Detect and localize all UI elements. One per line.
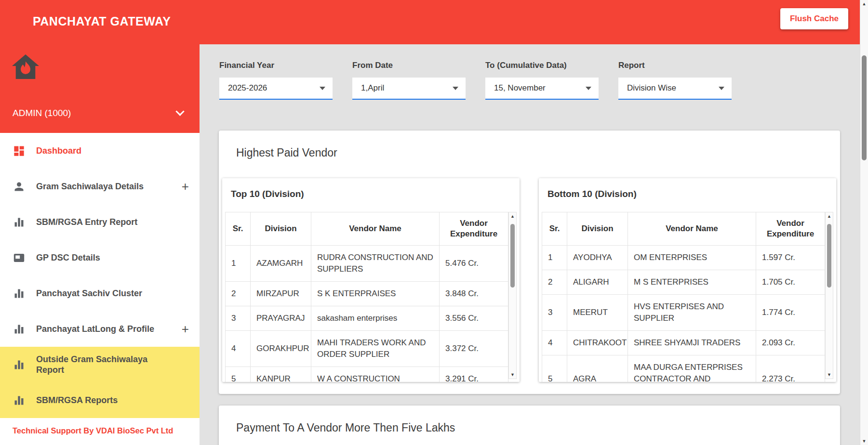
table-cell: GORAKHPUR xyxy=(251,331,311,367)
admin-label: ADMIN (1000) xyxy=(13,108,71,118)
table-row: 2MIRZAPURS K ENTERPRAISES3.848 Cr. xyxy=(226,282,508,306)
expand-plus-icon[interactable]: + xyxy=(182,323,189,335)
table-cell: KANPUR xyxy=(251,367,311,382)
table-cell: 2 xyxy=(226,282,251,306)
table-cell: AGRA xyxy=(567,355,628,382)
table-cell: 5.476 Cr. xyxy=(440,246,508,282)
scrollbar-thumb[interactable] xyxy=(510,224,515,288)
table-cell: 2.093 Cr. xyxy=(756,331,825,355)
sidebar-item-label: Dashboard xyxy=(36,145,96,156)
caret-down-icon xyxy=(453,87,458,90)
highest-paid-vendor-card: Highest Paid Vendor Top 10 (Division) Sr… xyxy=(219,131,840,394)
filter-from-date: From Date 1,April xyxy=(352,61,466,100)
table-cell: PRAYAGRAJ xyxy=(251,306,311,331)
table-cell: S K ENTERPRAISES xyxy=(311,282,440,306)
bar-chart-icon xyxy=(13,358,26,371)
table-cell: 5 xyxy=(542,355,567,382)
column-header: Sr. xyxy=(542,212,567,246)
admin-dropdown[interactable]: ADMIN (1000) xyxy=(13,108,183,118)
table-cell: W A CONSTRUCTION xyxy=(311,367,440,382)
report-select[interactable]: Division Wise xyxy=(618,78,732,100)
table-cell: 3.556 Cr. xyxy=(440,306,508,331)
expand-plus-icon[interactable]: + xyxy=(182,180,189,193)
selected-value: Division Wise xyxy=(627,83,676,93)
gateway-logo-icon xyxy=(11,53,40,82)
column-header: Sr. xyxy=(226,212,251,246)
top10-table-scrollbar[interactable]: ▲ ▼ xyxy=(508,212,517,379)
column-header: Division xyxy=(567,212,628,246)
caret-down-icon xyxy=(586,87,591,90)
scroll-up-icon[interactable]: ▲ xyxy=(860,0,868,8)
table-cell: HVS ENTERPISES AND SUPPLIER xyxy=(628,295,756,331)
financial-year-select[interactable]: 2025-2026 xyxy=(219,78,333,100)
sidebar-item-outside-gram-sachiwalaya-report[interactable]: Outside Gram Sachiwalaya Report xyxy=(0,347,200,382)
sidebar: ADMIN (1000) Dashboard Gram Sachiwalaya … xyxy=(0,44,200,445)
bottom10-table-scrollbar[interactable]: ▲ ▼ xyxy=(825,212,833,379)
table-row: 3PRAYAGRAJsakasham enterprises3.556 Cr. xyxy=(226,306,508,331)
table-cell: CHITRAKOOT xyxy=(567,331,628,355)
table-cell: 1.774 Cr. xyxy=(756,295,825,331)
table-row: 1AYODHYAOM ENTERPRISES1.597 Cr. xyxy=(542,246,825,270)
top10-table: Sr.DivisionVendor NameVendor Expenditure… xyxy=(225,212,508,382)
scroll-down-icon[interactable]: ▼ xyxy=(509,371,516,379)
page: PANCHAYAT GATEWAY Flush Cache ADMIN (100… xyxy=(0,0,868,445)
scroll-up-icon[interactable]: ▲ xyxy=(826,212,833,220)
bar-chart-icon xyxy=(13,323,26,336)
table-cell: MEERUT xyxy=(567,295,628,331)
table-cell: 4 xyxy=(542,331,567,355)
scrollbar-thumb[interactable] xyxy=(827,224,831,288)
scroll-down-icon[interactable]: ▼ xyxy=(826,371,833,379)
table-header-row: Sr.DivisionVendor NameVendor Expenditure xyxy=(542,212,825,246)
sidebar-admin-section: ADMIN (1000) xyxy=(0,44,200,133)
table-cell: 3.848 Cr. xyxy=(440,282,508,306)
sidebar-item-sbm-rgsa-reports[interactable]: SBM/RGSA Reports xyxy=(0,382,200,418)
table-cell: M S ENTERPRISES xyxy=(628,270,756,295)
to-date-select[interactable]: 15, November xyxy=(485,78,599,100)
sidebar-item-label: GP DSC Details xyxy=(36,252,115,263)
sidebar-item-dashboard[interactable]: Dashboard xyxy=(0,133,200,169)
table-cell: 3.372 Cr. xyxy=(440,331,508,367)
sidebar-item-label: SBM/RGSA Entry Report xyxy=(36,217,152,227)
table-cell: SHREE SHYAMJI TRADERS xyxy=(628,331,756,355)
main-content: Financial Year 2025-2026 From Date 1,Apr… xyxy=(200,44,860,445)
table-cell: MAA DURGA ENTERPRISES CONTRACTOR AND SUP… xyxy=(628,355,756,382)
filter-label: Report xyxy=(618,61,732,70)
sidebar-menu: Dashboard Gram Sachiwalaya Details + SBM… xyxy=(0,133,200,418)
bottom10-table: Sr.DivisionVendor NameVendor Expenditure… xyxy=(542,212,825,382)
bottom10-division-panel: Bottom 10 (Division) Sr.DivisionVendor N… xyxy=(539,178,836,382)
table-row: 4CHITRAKOOTSHREE SHYAMJI TRADERS2.093 Cr… xyxy=(542,331,825,355)
column-header: Vendor Expenditure xyxy=(756,212,825,246)
sidebar-item-label: SBM/RGSA Reports xyxy=(36,395,132,406)
person-icon xyxy=(13,180,26,193)
caret-down-icon xyxy=(719,87,724,90)
filter-bar: Financial Year 2025-2026 From Date 1,Apr… xyxy=(219,61,732,100)
caret-down-icon xyxy=(320,87,325,90)
scroll-down-icon[interactable]: ▼ xyxy=(860,437,868,445)
table-header-row: Sr.DivisionVendor NameVendor Expenditure xyxy=(226,212,508,246)
table-cell: AZAMGARH xyxy=(251,246,311,282)
app-header: PANCHAYAT GATEWAY Flush Cache xyxy=(0,0,860,44)
sidebar-item-gp-dsc-details[interactable]: GP DSC Details xyxy=(0,240,200,275)
from-date-select[interactable]: 1,April xyxy=(352,78,466,100)
scrollbar-thumb[interactable] xyxy=(862,55,867,160)
sidebar-item-panchayat-sachiv-cluster[interactable]: Panchayat Sachiv Cluster xyxy=(0,275,200,311)
table-cell: 4 xyxy=(226,331,251,367)
technical-support-text: Technical Support By VDAI BioSec Pvt Ltd xyxy=(13,426,173,435)
sidebar-item-panchayat-latlong-profile[interactable]: Panchayat LatLong & Profile + xyxy=(0,311,200,347)
payment-five-lakhs-card: Payment To A Vendor More Then Five Lakhs xyxy=(219,406,840,445)
sidebar-item-sbm-rgsa-entry-report[interactable]: SBM/RGSA Entry Report xyxy=(0,204,200,240)
sidebar-item-gram-sachiwalaya-details[interactable]: Gram Sachiwalaya Details + xyxy=(0,169,200,204)
table-cell: AYODHYA xyxy=(567,246,628,270)
column-header: Vendor Name xyxy=(628,212,756,246)
page-scrollbar[interactable]: ▲ ▼ xyxy=(860,0,868,445)
scroll-up-icon[interactable]: ▲ xyxy=(509,212,516,220)
panel-title: Bottom 10 (Division) xyxy=(539,178,836,199)
table-cell: MAHI TRADERS WORK AND ORDER SUPPLIER xyxy=(311,331,440,367)
flush-cache-button[interactable]: Flush Cache xyxy=(780,8,848,29)
table-cell: OM ENTERPRISES xyxy=(628,246,756,270)
column-header: Vendor Name xyxy=(311,212,440,246)
table-row: 1AZAMGARHRUDRA CONSTRUCTION AND SUPPLIER… xyxy=(226,246,508,282)
column-header: Vendor Expenditure xyxy=(440,212,508,246)
table-cell: sakasham enterprises xyxy=(311,306,440,331)
top10-division-panel: Top 10 (Division) Sr.DivisionVendor Name… xyxy=(222,178,520,382)
